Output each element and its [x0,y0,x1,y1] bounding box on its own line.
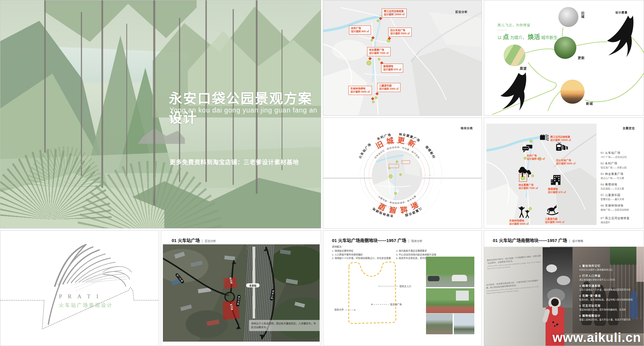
theme-map-label: 东坡林场绿地 设计面积 5000 ㎡ [509,219,529,226]
site-marker [378,58,380,60]
site-watermark: www.aikuli.cn [553,330,641,345]
city-map [323,0,482,116]
child-figure [552,307,558,316]
child-figure [551,299,559,306]
site-photo-roadside [454,313,474,334]
theme-list-item: 04 南塔绿地 社区游园——方言元素 [601,182,643,190]
label-activity-plaza: 现活动广场 [390,303,402,306]
tree-trunk [44,0,46,153]
callout-old-station: 旧火车站广场 设计面积 5500 ㎡ [388,28,412,37]
theme-list-item: 07 燕江沿河边坡修复 绿化提升 [601,216,643,224]
slide-theme-positioning: 燕江沿河边坡修复 设计面积 10000 ㎡ 永利广场 设计面积 600 ㎡ 旧火… [484,117,644,229]
theme-map-label: 旧火车站广场 设计面积 5500 ㎡ [556,159,575,166]
chat-bubbles-icon [522,144,533,155]
theme-map-label: 林业要素广场 设计面积 7000 ㎡ [519,183,538,190]
site-marker [372,101,374,103]
strategy-item: 6 植物规整设计 保留上层林冠空间，留大乔去小灌，形成半开敞空间 [579,313,642,321]
site-photo-park-path [426,288,474,313]
theme-map: 燕江沿河边坡修复 设计面积 10000 ㎡ 永利广场 设计面积 600 ㎡ 旧火… [486,124,597,225]
vision-poem: 燕儿飞过，为你停留 [498,23,531,27]
building-shape [456,291,469,301]
site-marker [377,20,379,22]
classification-diagram: 火车站广场 永利广场 林业要素广场 南塔新村 旧城更新 旧车站记忆 轻交流空间 … [323,118,482,229]
theme-list-item: 03 林业要素广场 林之心广场——竹元素 [601,172,643,180]
tree-trunk [101,0,103,188]
slide-title: 01 火车站广场 [172,237,200,243]
theme-list-item: 05 儿童游乐园 智慧乐园——童乐天地 [601,193,643,201]
slide-station-location: 01 火车站广场 | 区位分析 [161,230,321,346]
vision-dots: ------ [498,28,507,31]
theme-map-label: 儿童游乐园 设计面积 3300 ㎡ [545,217,564,224]
strategy-item: 1 重拾场所记忆 利用旧车站情怀元素唤醒场地记忆 [579,264,642,271]
trees-icon [518,166,531,180]
callout-nanta: 南塔绿地 设计面积 970 ㎡ [381,64,403,73]
people-icon [518,206,531,219]
slide-header: 01 火车站广场 | 区位分析 [172,237,216,243]
strategy-item: 2 打开入口界面 满足使用偏好更新并提升主入口空间 [579,274,642,281]
feather-sketch [0,231,159,346]
site-photo-street-trees [426,257,474,287]
car-shape [428,276,439,281]
callout-dongpo: 东坡林场绿地 设计面积 5000 ㎡ [348,86,372,95]
train-icon [554,142,569,154]
photo-old-town [558,7,578,27]
analysis-caption: 场地位于火车站西侧，周边有大量居民区，人流量较大，市民活动需求大。 [249,320,320,331]
slide-status-analysis: 01 火车站广场南侧地块——1957 广场 | 现状分析 亟待解决： 1. 场地… [323,230,482,346]
factory-river-icon [539,131,550,142]
photo-renewal [554,37,576,59]
slide-tag: 主题定位 [623,126,635,130]
node-label-old-town: 旧城 [580,11,585,18]
strategy-item: 5 可见可玩可用 增设休闲娱乐设施，提升场地的趣味性、实用性 [579,304,642,311]
slide-subtitle: 设计策略 [572,239,583,243]
callout-yongli: 永利广场 设计面积 600 ㎡ [349,25,371,35]
green-wall [610,247,637,265]
callout-children: 儿童游乐园 设计面积 3300 ㎡ [377,83,401,92]
theme-map-label: 南塔绿地 设计面积 970 ㎡ [548,188,566,194]
theme-list-item: 01 火车站广场 1957 广场——旧车站记忆 [601,151,643,158]
wall-paragraph: 1979年初，在改革开放到来之际，小渔村迎来了时代发展浪潮，蛇口将会发生翻天覆地… [486,279,542,295]
photo-outlook [504,45,525,66]
slide-design-vision: 燕儿飞过，为你停留 ------ 以 点 为媒介， 焕活 城市新生 旧城 更新 … [484,0,644,116]
node-label-outlook: 展望 [520,66,527,71]
slide-location-analysis: 燕江沿河边坡修复 设计面积 10000 ㎡ 永利广场 设计面积 600 ㎡ 旧火… [323,0,482,116]
label-main-entrance: 现状主入口 [399,284,411,288]
child-figure [550,320,560,328]
prati-logo-text: P R A T I [59,293,100,300]
slide-cover: 永安口袋公园景观方案设计 Yong an kou dai gong yuan j… [0,0,321,229]
site-marker [375,96,377,99]
node-label-renewal: 更新 [578,55,585,60]
strategy-list: 1 重拾场所记忆 利用旧车站情怀元素唤醒场地记忆 2 打开入口界面 满足使用偏好… [579,264,642,323]
satellite-photo: site site 西二环路 黄竹洋路 高岩山路 永安站 场地位于火车站西侧，周… [163,244,320,342]
memory-wall: 直到20世纪70年代，蛇口还是一个不起眼的小渔村，村民过着“日出而作，日落而息”… [484,247,550,346]
theme-list: 01 火车站广场 1957 广场——旧车站记忆 02 永利广场 轻交流广场——邻… [601,151,643,226]
cover-subtitle: Yong an kou dai gong yuan jing guan fang… [170,106,321,122]
node-label-new-town: 新城 [586,101,593,106]
label-big-trees: 现状大乔 [334,308,344,311]
slide-block-classification: 火车站广场 永利广场 林业要素广场 南塔新村 旧城更新 旧车站记忆 轻交流空间 … [323,117,482,229]
slide-tag: 区位分析 [455,10,468,14]
theme-map-label: 永利广场 设计面积 600 ㎡ [527,154,545,161]
car-shape [452,275,467,281]
callout-forestry: 林业要素广场 设计面积 7000 ㎡ [367,47,391,56]
tree-trunk [126,24,127,176]
rocking-horse-icon [546,203,560,216]
slide-tag: 设计愿景 [615,10,628,14]
site-marker [367,61,371,65]
site-photo-square [426,313,453,334]
theme-map-label: 燕江沿河边坡修复 设计面积 10000 ㎡ [550,135,571,142]
slide-tag: 地块分类 [461,126,473,130]
wall-paragraph: 直到20世纪70年代，蛇口还是一个不起眼的小渔村，村民过着“日出而作，日落而息”… [487,254,542,270]
strategy-item: 3 梳理交通系统 沿车行道铺设人行步道，绿化倒角满足规范转弯半径 [579,284,642,291]
preview-sheet: 永安口袋公园景观方案设计 Yong an kou dai gong yuan j… [0,0,644,346]
strategy-item: 4 无障“爱”景观 取消台阶，整合场地标高，满足特殊人群对场地的使用 [579,294,642,301]
slide-design-strategy: 01 火车站广场南侧地块——1957 广场 | 设计策略 直到20世纪70年代，… [484,230,644,346]
building-icon [550,174,563,187]
slide-title: 01 火车站广场南侧地块——1957 广场 [493,237,567,243]
slide-prati-logo: P R A T I 火车站广场景观设计 [0,230,159,346]
station-label: 永安站 [246,283,260,287]
cover-shop-note: 更多免费资料到淘宝店铺：三老爹设计素材基地 [170,158,299,166]
slide-subtitle: 区位分析 [205,239,216,243]
vision-slogan: 以 点 为媒介， 焕活 城市新生 [498,32,558,41]
slide-header: 01 火车站广场南侧地块——1957 广场 | 设计策略 [493,237,583,243]
prati-subtitle: 火车站广场景观设计 [59,301,113,308]
